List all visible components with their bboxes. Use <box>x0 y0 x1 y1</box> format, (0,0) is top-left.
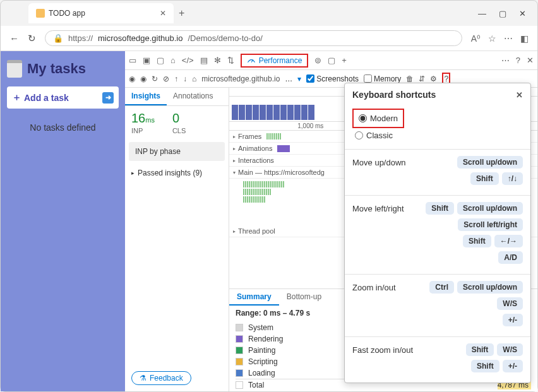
empty-state: No tasks defined <box>7 122 119 133</box>
trash-icon[interactable]: 🗑 <box>406 74 414 83</box>
elements-icon[interactable]: </> <box>182 56 194 65</box>
url-input[interactable]: 🔒 https://microsoftedge.github.io/Demos/… <box>45 30 462 46</box>
url-path: /Demos/demo-to-do/ <box>188 33 263 43</box>
memory-icon[interactable]: ⊚ <box>314 56 321 65</box>
legend-name: Painting <box>248 346 292 355</box>
key: Shift <box>463 235 491 247</box>
record-icon[interactable]: ◉ <box>129 74 135 83</box>
refresh-icon[interactable]: ↻ <box>28 33 36 44</box>
download-icon[interactable]: ↓ <box>183 74 187 83</box>
maximize-icon[interactable]: ▢ <box>499 9 506 18</box>
radio-classic[interactable]: Classic <box>352 128 523 143</box>
lock-icon: 🔒 <box>53 33 63 43</box>
more-icon[interactable]: ⋯ <box>501 56 510 65</box>
key: Shift <box>471 360 499 372</box>
close-icon[interactable]: ✕ <box>519 9 526 18</box>
console-icon[interactable]: ▤ <box>200 56 208 65</box>
passed-insights[interactable]: Passed insights (9) <box>125 163 229 182</box>
tab-close-icon[interactable]: ✕ <box>160 9 166 18</box>
sidebar-icon[interactable]: ◧ <box>520 33 529 44</box>
legend-name: Scripting <box>248 357 292 366</box>
inspect-icon[interactable]: ▭ <box>129 56 136 65</box>
swatch <box>236 358 243 365</box>
key: +/- <box>503 360 523 372</box>
inp-metric: 16ms INP <box>131 111 155 134</box>
tab-favicon <box>36 9 45 18</box>
modern-highlight: Modern <box>352 109 404 128</box>
shortcuts-title: Keyboard shortcuts <box>352 90 436 100</box>
shortcuts-close-icon[interactable]: ✕ <box>516 90 523 100</box>
more-tabs-icon[interactable]: + <box>342 56 347 65</box>
minimize-icon[interactable]: — <box>478 9 486 18</box>
inp-phase[interactable]: INP by phase <box>129 142 225 161</box>
flask-icon: ⚗ <box>140 374 146 383</box>
cls-metric: 0 CLS <box>172 111 186 134</box>
shortcuts-popup: Keyboard shortcuts ✕ Modern Classic Move… <box>344 83 531 383</box>
gc-icon[interactable]: ⇵ <box>419 74 425 83</box>
site-label: microsoftedge.github.io <box>201 74 280 83</box>
upload-icon[interactable]: ↑ <box>174 74 178 83</box>
shortcut-label: Fast zoom in/out <box>352 345 466 355</box>
clipboard-icon <box>7 60 22 78</box>
key: ↑/↓ <box>502 172 523 185</box>
app-icon[interactable]: ▢ <box>328 56 335 65</box>
network-icon[interactable]: ⇅ <box>227 56 234 65</box>
home2-icon[interactable]: ⌂ <box>192 74 196 83</box>
favorite-icon[interactable]: ☆ <box>488 33 496 44</box>
back-icon[interactable]: ← <box>9 33 19 44</box>
radio-modern[interactable]: Modern <box>356 111 400 126</box>
tab-summary[interactable]: Summary <box>229 289 279 306</box>
key: ←/→ <box>494 235 523 247</box>
site-ellipsis: … <box>285 74 292 83</box>
performance-icon <box>247 56 256 65</box>
tab-insights[interactable]: Insights <box>125 88 167 105</box>
help-top-icon[interactable]: ? <box>516 56 520 65</box>
memory-checkbox[interactable]: Memory <box>364 74 401 83</box>
key: Shift <box>426 202 454 215</box>
record-dot-icon[interactable]: ◉ <box>140 74 146 83</box>
address-bar: ← ↻ 🔒 https://microsoftedge.github.io/De… <box>1 26 537 51</box>
key: Ctrl <box>429 281 454 294</box>
reload-icon[interactable]: ↻ <box>152 74 158 83</box>
sources-icon[interactable]: ✻ <box>214 56 221 65</box>
tab-title: TODO app <box>49 9 85 18</box>
device-icon[interactable]: ▣ <box>143 56 150 65</box>
plus-icon: ＋ <box>12 92 21 104</box>
tab-performance[interactable]: Performance <box>241 54 309 68</box>
legend-name: System <box>248 323 292 332</box>
key: W/S <box>497 297 523 310</box>
welcome-icon[interactable]: ▢ <box>157 56 164 65</box>
home-icon[interactable]: ⌂ <box>170 56 176 65</box>
browser-tab[interactable]: TODO app ✕ <box>28 3 174 23</box>
add-task-button[interactable]: ＋ Add a task ➜ <box>7 86 119 109</box>
key: W/S <box>497 343 523 356</box>
key: Scroll up/down <box>457 202 523 215</box>
app-title: My tasks <box>7 60 119 78</box>
read-aloud-icon[interactable]: A⁰ <box>471 33 481 44</box>
help-icon[interactable]: ? <box>444 74 448 83</box>
url-host: microsoftedge.github.io <box>98 33 182 43</box>
shortcut-label: Move up/down <box>352 158 457 167</box>
titlebar: TODO app ✕ + — ▢ ✕ <box>1 1 537 26</box>
screenshots-checkbox[interactable]: Screenshots <box>306 74 359 83</box>
tab-bottomup[interactable]: Bottom-up <box>279 289 329 306</box>
feedback-button[interactable]: ⚗ Feedback <box>131 371 191 385</box>
shortcut-label: Move left/right <box>352 204 426 213</box>
legend-name: Rendering <box>248 335 292 343</box>
submit-icon[interactable]: ➜ <box>102 92 114 104</box>
insights-panel: Insights Annotations 16ms INP 0 CLS I <box>125 88 229 391</box>
site-dropdown-icon[interactable]: ▾ <box>297 74 301 83</box>
clear-icon[interactable]: ⊘ <box>163 74 169 83</box>
key: Shift <box>470 172 499 185</box>
swatch <box>236 324 243 331</box>
tab-annotations[interactable]: Annotations <box>167 88 219 105</box>
close-devtools-icon[interactable]: ✕ <box>527 56 534 65</box>
settings-icon[interactable]: ⚙ <box>430 74 437 83</box>
legend-name: Total <box>248 381 292 389</box>
key: Shift <box>466 343 494 356</box>
key: Scroll up/down <box>457 281 523 294</box>
swatch <box>236 335 243 343</box>
key: +/- <box>503 314 523 326</box>
new-tab-button[interactable]: + <box>179 8 184 19</box>
menu-icon[interactable]: ⋯ <box>504 33 513 44</box>
